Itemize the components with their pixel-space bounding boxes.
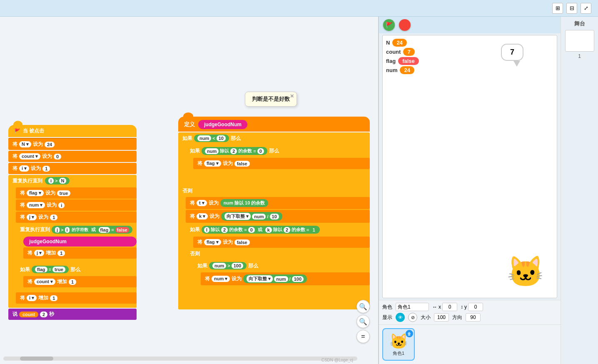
say-block[interactable]: 说 count 2 秒 (8, 309, 137, 320)
show-eye-btn[interactable]: 👁 (396, 313, 405, 322)
popup-close[interactable]: ✕ (290, 93, 294, 99)
zoom-reset-btn[interactable]: = (356, 330, 370, 343)
stop-btn[interactable] (399, 19, 411, 31)
if-num-lt-10[interactable]: 如果 num < 10 那么 如果 (178, 132, 370, 309)
judge-stack: ✕ 判断是不是好数 定义 judgeGoodNum 如果 num < (178, 117, 370, 309)
arrow-icon: ↔ (432, 304, 437, 310)
repeat-until-2[interactable]: 重复执行直到 j > i 的字符数 或 flag = false (16, 224, 137, 263)
bg-count: 1 (578, 53, 581, 59)
layout-icon-1[interactable]: ⊞ (552, 3, 563, 14)
var-num: num 24 (386, 66, 419, 74)
set-n-block[interactable]: 将 N ▾ 设为 24 (8, 138, 137, 150)
set-i-block[interactable]: 将 i ▾ 设为 1 (8, 163, 137, 174)
zoom-in-btn[interactable]: 🔍 (356, 300, 370, 313)
set-j-1[interactable]: 将 j ▾ 设为 1 (16, 212, 137, 223)
size-label: 大小 (421, 314, 431, 321)
direction-input[interactable] (466, 313, 481, 322)
x-input[interactable] (442, 303, 457, 311)
stage-canvas: N 24 count 7 flag false num 24 (382, 35, 557, 298)
stage-label: 舞台 (574, 20, 585, 27)
direction-label: 方向 (452, 314, 462, 321)
stage-thumb[interactable] (565, 30, 594, 52)
def-block[interactable]: 定义 judgeGoodNum (178, 117, 370, 132)
set-flag-true[interactable]: 将 flag ▾ 设为 true (16, 187, 137, 199)
updown-icon: ↕ (461, 304, 463, 310)
inc-i[interactable]: 将 i ▾ 增加 1 (16, 292, 137, 304)
else-1: 否则 (178, 186, 370, 196)
variable-displays: N 24 count 7 flag false num 24 (386, 39, 419, 74)
sprite-card-label: 角色1 (393, 350, 404, 357)
if-num-gt-100[interactable]: 如果 num > 100 那么 (193, 260, 370, 301)
y-input[interactable] (468, 303, 483, 311)
speech-bubble: 7 (501, 44, 523, 67)
layout-icon-2[interactable]: ⊟ (566, 3, 577, 14)
set-k[interactable]: 将 k ▾ 设为 向下取整 ▾ num / 10 (186, 210, 370, 223)
show-label: 显示 (382, 314, 392, 321)
sprite-props-section: 角色 ↔ x ↕ y 显示 👁 ⊘ (379, 300, 561, 324)
h-scrollbar[interactable] (3, 357, 357, 361)
inc-count[interactable]: 将 count ▾ 增加 1 (23, 276, 137, 287)
var-n: N 24 (386, 39, 419, 47)
call-judge-block[interactable]: judgeGoodNum (23, 237, 137, 247)
repeat-until-1[interactable]: 重复执行直到 i > N 将 flag ▾ 设为 (8, 175, 137, 308)
stage-controls-bar: 🚩 (379, 17, 561, 33)
set-flag-false-1[interactable]: 将 flag ▾ 设为 false (193, 158, 370, 169)
main-stack: 🚩 当 被点击 将 N ▾ 设为 24 将 count ▾ 设为 0 (8, 125, 137, 320)
sprite-delete-btn[interactable]: 🗑 (406, 330, 413, 337)
set-count-block[interactable]: 将 count ▾ 设为 0 (8, 151, 137, 162)
else-2: 否则 (186, 249, 370, 259)
sprite-card[interactable]: 🗑 🐱 角色1 (382, 328, 415, 361)
hat-block[interactable]: 🚩 当 被点击 (8, 125, 137, 137)
watermark: CSDN @Loge_cj (321, 358, 353, 362)
popup-note: ✕ 判断是不是好数 (245, 92, 297, 107)
sprites-row: 🗑 🐱 角色1 (379, 324, 561, 364)
right-panel: 🚩 N 24 count 7 flag fal (379, 17, 561, 364)
green-flag-btn[interactable]: 🚩 (383, 19, 395, 31)
if-l-mod-k[interactable]: 如果 l 除以 2 的余数 = 0 或 k (186, 224, 370, 305)
set-num-i[interactable]: 将 num ▾ 设为 i (16, 199, 137, 211)
top-bar: ⊞ ⊟ ⤢ (0, 0, 598, 17)
if-num-mod-2[interactable]: 如果 num 除以 2 的余数 = 0 那么 (186, 145, 370, 185)
speech-text: 7 (501, 44, 523, 61)
stage-panel: 舞台 1 (561, 17, 598, 364)
var-count: count 7 (386, 48, 419, 56)
angle-label: 角色 (382, 304, 392, 311)
y-label: y (464, 304, 467, 310)
code-canvas: 🚩 当 被点击 将 N ▾ 设为 24 将 count ▾ 设为 0 (0, 17, 379, 364)
x-label: x (439, 304, 441, 310)
zoom-out-btn[interactable]: 🔍 (356, 315, 370, 328)
scratch-cat: 🐱 (507, 254, 544, 289)
inc-j[interactable]: 将 j ▾ 增加 1 (23, 247, 137, 259)
sprite-name-input[interactable] (396, 303, 429, 311)
set-t[interactable]: 将 t ▾ 设为 num 除以 10 的余数 (186, 197, 370, 209)
set-num-floor-100[interactable]: 将 num ▾ 设为 向下取整 ▾ num / 100 (201, 272, 370, 285)
size-input[interactable] (434, 313, 449, 322)
var-flag: flag false (386, 57, 419, 65)
hide-eye-btn[interactable]: ⊘ (408, 313, 417, 322)
if-flag-block[interactable]: 如果 flag = true 那么 将 (16, 264, 137, 292)
zoom-controls: 🔍 🔍 = (356, 300, 370, 343)
set-flag-false-2[interactable]: 将 flag ▾ 设为 false (193, 237, 370, 248)
fullscreen-icon[interactable]: ⤢ (581, 3, 591, 14)
